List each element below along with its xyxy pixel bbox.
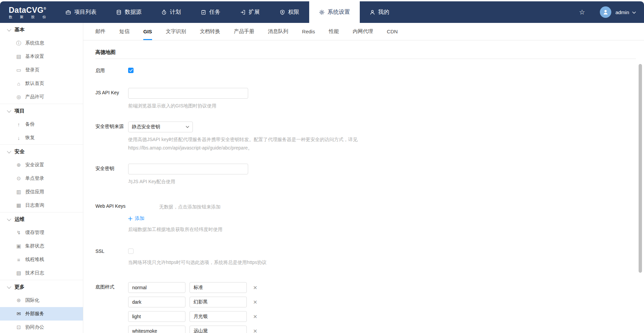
- basemap-key-input[interactable]: [128, 297, 185, 307]
- sidebar-item-label: 单点登录: [25, 175, 44, 181]
- basemap-key-input[interactable]: [128, 326, 185, 333]
- nav-item-tasks[interactable]: 任务: [191, 1, 230, 23]
- field-row-web-api-keys: Web API Keys 无数据，点击添加按钮来添加 添加 后端数据加工根据地质…: [95, 201, 644, 234]
- sidebar-item-label: 登录页: [25, 67, 39, 73]
- bolt-circle-icon: ↯: [16, 230, 22, 236]
- web-api-keys-hint: 后端数据加工根据地质获取所在经纬度时使用: [128, 225, 644, 234]
- sidebar-item-label: 产品许可: [25, 94, 44, 100]
- top-navbar: DataCVG® 数聚股份 项目列表数据源计划任务扩展权限系统设置我的 ☆ ad…: [0, 1, 644, 23]
- sidebar-item-thread-stack[interactable]: ≡线程堆栈: [0, 253, 83, 266]
- scrollbar-thumb[interactable]: [639, 64, 642, 273]
- field-label-secret: 安全密钥: [95, 164, 128, 186]
- tab-ocr[interactable]: 文字识别: [166, 23, 186, 40]
- tab-doc-convert[interactable]: 文档转换: [200, 23, 220, 40]
- brand-subtext: 数聚股份: [9, 15, 46, 20]
- tab-sms[interactable]: 短信: [119, 23, 129, 40]
- delete-row-icon[interactable]: ×: [253, 299, 257, 305]
- sidebar-item-default-home[interactable]: ⌂默认首页: [0, 77, 83, 90]
- sidebar-item-backup[interactable]: ↑备份: [0, 118, 83, 131]
- plus-icon: [128, 217, 133, 221]
- tab-gis[interactable]: GIS: [143, 23, 152, 40]
- add-button[interactable]: 添加: [128, 215, 144, 222]
- tab-performance[interactable]: 性能: [329, 23, 339, 40]
- avatar[interactable]: [600, 6, 611, 18]
- basemap-style-row: ×: [128, 326, 644, 333]
- basemap-key-input[interactable]: [128, 311, 185, 322]
- tab-intranet-proxy[interactable]: 内网代理: [353, 23, 373, 40]
- star-icon[interactable]: ☆: [579, 8, 585, 16]
- sidebar-section-header[interactable]: 项目: [0, 104, 83, 118]
- tab-mail[interactable]: 邮件: [95, 23, 106, 40]
- sidebar-item-system-info[interactable]: ⓘ系统信息: [0, 36, 83, 50]
- sidebar-item-security-settings[interactable]: ⊕安全设置: [0, 158, 83, 172]
- sidebar-item-sso[interactable]: ⊙单点登录: [0, 172, 83, 185]
- nav-item-permission[interactable]: 权限: [270, 1, 309, 23]
- sidebar-item-basic-settings[interactable]: ▤基本设置: [0, 50, 83, 63]
- basemap-name-input[interactable]: [189, 282, 247, 293]
- brand-logo[interactable]: DataCVG® 数聚股份: [0, 1, 56, 23]
- terminal-icon: ▧: [16, 270, 22, 276]
- nav-item-project-list[interactable]: 项目列表: [56, 1, 106, 23]
- enable-checkbox[interactable]: [128, 68, 134, 73]
- basemap-name-input[interactable]: [189, 311, 247, 322]
- sidebar-item-cluster-status[interactable]: ▣集群状态: [0, 239, 83, 253]
- basemap-name-input[interactable]: [189, 297, 247, 307]
- chevron-down-icon: [7, 27, 11, 31]
- delete-row-icon[interactable]: ×: [253, 313, 257, 320]
- basemap-name-input[interactable]: [189, 326, 247, 333]
- database-icon: [116, 9, 122, 15]
- sidebar-item-label: 缓存管理: [25, 230, 44, 236]
- sidebar-section-header[interactable]: 安全: [0, 145, 83, 158]
- sidebar-section-header[interactable]: 运维: [0, 212, 83, 226]
- sidebar-item-i18n[interactable]: ⊛国际化: [0, 294, 83, 307]
- sidebar-section-header[interactable]: 基本: [0, 23, 83, 36]
- field-label-key-source: 安全密钥来源: [95, 122, 128, 152]
- registered-mark: ®: [43, 7, 46, 10]
- home-icon: ⌂: [16, 81, 22, 87]
- check-icon: [129, 69, 133, 72]
- secret-input[interactable]: [128, 164, 248, 174]
- tab-message-queue[interactable]: 消息队列: [268, 23, 288, 40]
- delete-row-icon[interactable]: ×: [253, 284, 257, 291]
- sidebar-item-tech-log[interactable]: ▧技术日志: [0, 266, 83, 280]
- sidebar-item-office[interactable]: ⊡协同办公: [0, 321, 83, 333]
- extension-icon: [240, 9, 246, 15]
- sidebar-item-trusted-apps[interactable]: ▥授信应用: [0, 185, 83, 199]
- sidebar-section-header[interactable]: 更多: [0, 280, 83, 294]
- sidebar-section: 安全⊕安全设置⊙单点登录▥授信应用▦日志查询: [0, 145, 83, 212]
- basemap-key-input[interactable]: [128, 282, 185, 293]
- sidebar-item-log-query[interactable]: ▦日志查询: [0, 199, 83, 212]
- chevron-down-icon: [7, 284, 11, 289]
- sidebar-section-title: 运维: [14, 216, 25, 223]
- user-icon: [370, 9, 375, 15]
- sidebar-item-external-services[interactable]: ✉外部服务: [0, 307, 83, 321]
- sidebar-item-product-license[interactable]: ◎产品许可: [0, 90, 83, 104]
- tab-redis[interactable]: Redis: [302, 23, 315, 40]
- js-api-key-input[interactable]: [128, 88, 248, 99]
- sidebar-item-cache-management[interactable]: ↯缓存管理: [0, 226, 83, 239]
- nav-item-data-source[interactable]: 数据源: [106, 1, 151, 23]
- sidebar-item-restore[interactable]: ↓恢复: [0, 131, 83, 144]
- shield-key-icon: [280, 9, 285, 15]
- sidebar-item-label: 协同办公: [25, 324, 44, 330]
- field-row-key-source: 安全密钥来源 静态安全密钥 使用高德JSAPI key时搭配代理服务器并携带安全…: [95, 122, 644, 152]
- key-source-select[interactable]: 静态安全密钥: [128, 122, 193, 132]
- sidebar-item-label: 技术日志: [25, 270, 44, 276]
- tab-cdn[interactable]: CDN: [387, 23, 398, 40]
- nav-item-plan[interactable]: 计划: [151, 1, 191, 23]
- nav-item-mine[interactable]: 我的: [360, 1, 399, 23]
- vertical-scrollbar[interactable]: [639, 63, 642, 333]
- ssl-checkbox[interactable]: [128, 248, 134, 254]
- chevron-down-icon[interactable]: [632, 9, 636, 15]
- username-label[interactable]: admin: [615, 9, 629, 15]
- nav-item-system-settings[interactable]: 系统设置: [309, 1, 360, 23]
- briefcase-icon: [65, 9, 71, 15]
- navbar-menu: 项目列表数据源计划任务扩展权限系统设置我的: [56, 1, 399, 23]
- license-icon: ◎: [16, 94, 22, 100]
- sidebar-item-login-page[interactable]: ▭登录页: [0, 63, 83, 77]
- field-label-js-api-key: JS API Key: [95, 88, 128, 110]
- field-row-js-api-key: JS API Key 前端浏览器显示嵌入的GIS地图时协议使用: [95, 88, 644, 110]
- delete-row-icon[interactable]: ×: [253, 328, 257, 333]
- tab-product-manual[interactable]: 产品手册: [234, 23, 254, 40]
- nav-item-extension[interactable]: 扩展: [230, 1, 270, 23]
